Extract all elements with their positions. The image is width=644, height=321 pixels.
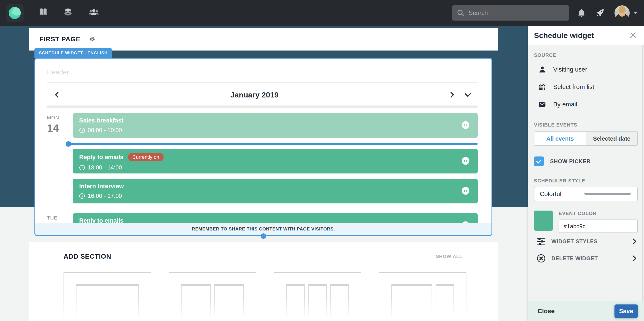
pages-nav-button[interactable] xyxy=(38,7,48,19)
header-underline xyxy=(47,82,478,83)
add-section-card: ADD SECTION SHOW ALL xyxy=(28,242,498,321)
widget-tag-label: SCHEDULE WIDGET - ENGLISH xyxy=(39,50,108,56)
chat-bubble-icon xyxy=(461,156,470,168)
checkbox-checked-icon[interactable] xyxy=(534,156,544,166)
book-icon xyxy=(38,7,48,19)
scheduler-style-value: Colorful xyxy=(540,190,584,198)
share-reminder-text: REMEMBER TO SHARE THIS CONTENT WITH PAGE… xyxy=(192,226,335,232)
layers-icon xyxy=(62,7,73,19)
page-title: FIRST PAGE xyxy=(39,35,80,43)
widget-styles-row[interactable]: WIDGET STYLES xyxy=(534,233,638,250)
rocket-icon xyxy=(595,8,605,18)
expand-calendar-button[interactable] xyxy=(462,89,474,100)
day-name: TUE xyxy=(47,215,73,221)
segment-all-events[interactable]: All events xyxy=(534,132,586,145)
clock-icon xyxy=(79,128,85,133)
segment-selected-date[interactable]: Selected date xyxy=(586,132,637,145)
event-title: Reply to emails xyxy=(79,154,124,161)
calendar-nav: January 2019 xyxy=(52,86,474,103)
search-icon xyxy=(457,10,464,16)
source-option-visiting-user[interactable]: Visiting user xyxy=(534,61,638,78)
event-time: 16:00 - 17:00 xyxy=(88,192,122,200)
close-icon[interactable] xyxy=(628,30,638,40)
show-picker-label: SHOW PICKER xyxy=(550,158,590,164)
day-row-monday: MON 14 Sales breakfast 08:00 - 10:00 xyxy=(35,113,492,209)
calendar-divider xyxy=(47,106,478,108)
section-template-three-columns[interactable] xyxy=(274,272,361,321)
scheduler-style-select[interactable]: Colorful xyxy=(534,187,638,201)
schedule-widget-preview[interactable]: Header January 2019 MON 14 xyxy=(34,58,492,236)
widget-header-field[interactable]: Header xyxy=(47,68,478,83)
next-month-button[interactable] xyxy=(446,89,458,100)
event-color-label: EVENT COLOR xyxy=(558,210,638,216)
users-nav-button[interactable] xyxy=(88,7,100,19)
event-card-reply-to-emails[interactable]: Reply to emails Currently on 13:00 - 14:… xyxy=(73,149,478,174)
select-caret-icon xyxy=(584,193,632,195)
close-button[interactable]: Close xyxy=(534,305,558,318)
panel-title: Schedule widget xyxy=(534,31,628,40)
section-template-row xyxy=(64,272,498,321)
widget-drag-handle[interactable] xyxy=(261,233,266,239)
chevron-left-icon xyxy=(53,91,61,98)
prev-month-button[interactable] xyxy=(52,89,62,100)
visible-events-label: VISIBLE EVENTS xyxy=(534,122,638,128)
widget-header-placeholder: Header xyxy=(47,68,478,76)
chevron-right-icon xyxy=(631,238,638,245)
event-time: 13:00 - 14:00 xyxy=(88,164,122,171)
circle-x-icon xyxy=(537,254,546,263)
save-button[interactable]: Save xyxy=(614,304,638,318)
topbar-right xyxy=(452,0,644,26)
currently-on-badge: Currently on xyxy=(128,153,164,162)
account-menu-caret-icon[interactable] xyxy=(633,12,638,14)
scheduler-style-label: SCHEDULER STYLE xyxy=(534,178,638,184)
search-box[interactable] xyxy=(452,5,569,20)
widget-settings-panel: Schedule widget SOURCE Visiting user Sel… xyxy=(528,26,644,321)
chevron-down-icon xyxy=(464,91,472,99)
bell-icon xyxy=(577,8,586,18)
delete-widget-label: DELETE WIDGET xyxy=(552,255,631,262)
source-option-by-email[interactable]: By email xyxy=(534,96,638,113)
person-icon xyxy=(538,65,546,74)
search-input[interactable] xyxy=(468,9,559,17)
chevron-right-icon xyxy=(448,91,456,98)
notifications-button[interactable] xyxy=(577,8,586,18)
section-template-one-column[interactable] xyxy=(64,272,151,321)
app: FIRST PAGE SCHEDULE WIDGET - ENGLISH Hea… xyxy=(0,0,644,321)
day-column: MON 14 xyxy=(47,113,73,209)
section-template-two-columns[interactable] xyxy=(168,272,256,321)
delete-widget-row[interactable]: DELETE WIDGET xyxy=(534,250,638,267)
source-option-label: By email xyxy=(553,101,577,108)
chevron-right-icon xyxy=(631,255,638,262)
calendar-month-title: January 2019 xyxy=(62,90,446,99)
event-card-sales-breakfast[interactable]: Sales breakfast 08:00 - 10:00 xyxy=(73,113,478,138)
chat-bubble-icon xyxy=(461,120,470,132)
event-color-input[interactable] xyxy=(558,220,638,233)
show-picker-toggle[interactable]: SHOW PICKER xyxy=(534,156,638,166)
visible-events-segmented-control: All events Selected date xyxy=(534,132,638,146)
show-all-button[interactable]: SHOW ALL xyxy=(436,254,462,259)
panel-header: Schedule widget xyxy=(528,26,644,45)
page-hidden-eye-slash-icon[interactable] xyxy=(88,36,96,43)
people-icon xyxy=(88,7,100,19)
event-title: Intern Interview xyxy=(79,183,124,190)
widget-styles-label: WIDGET STYLES xyxy=(552,238,631,244)
page-card: FIRST PAGE xyxy=(28,28,498,50)
current-time-dot xyxy=(66,141,71,147)
avatar[interactable] xyxy=(614,5,630,20)
logo-icon xyxy=(9,7,21,19)
source-option-label: Visiting user xyxy=(553,66,587,73)
panel-scrollbar-track[interactable] xyxy=(642,45,644,301)
sections-nav-button[interactable] xyxy=(62,7,73,19)
event-color-swatch[interactable] xyxy=(534,210,553,231)
event-card-intern-interview[interactable]: Intern Interview 16:00 - 17:00 xyxy=(73,179,478,204)
app-logo-button[interactable] xyxy=(6,4,24,22)
widget-tag[interactable]: SCHEDULE WIDGET - ENGLISH xyxy=(34,48,112,58)
envelope-icon xyxy=(538,100,546,109)
section-template-wide-narrow[interactable] xyxy=(379,272,466,321)
sliders-icon xyxy=(537,237,546,246)
launch-button[interactable] xyxy=(595,8,605,18)
panel-body: SOURCE Visiting user Select from list By… xyxy=(528,45,644,301)
schedule-list: MON 14 Sales breakfast 08:00 - 10:00 xyxy=(35,113,492,236)
source-option-select-from-list[interactable]: Select from list xyxy=(534,78,638,96)
source-option-label: Select from list xyxy=(553,84,594,90)
